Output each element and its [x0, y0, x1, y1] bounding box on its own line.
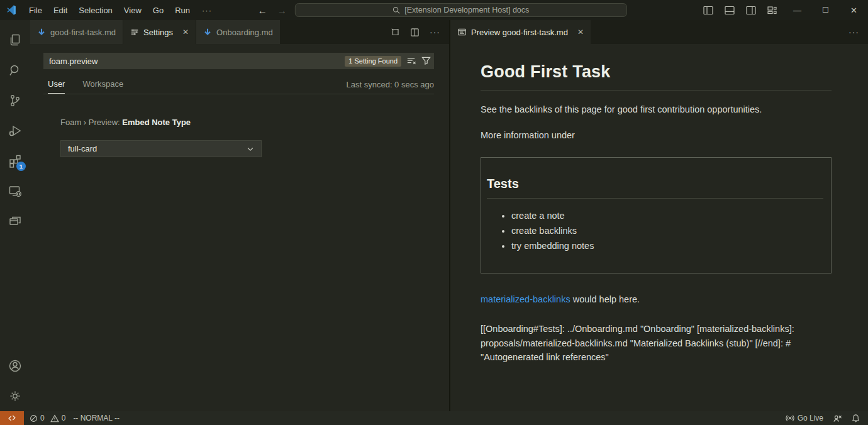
- preview-paragraph-1: See the backlinks of this page for good …: [481, 104, 832, 114]
- more-actions-icon[interactable]: ···: [430, 27, 440, 37]
- settings-gear-icon[interactable]: [0, 381, 30, 411]
- tab-good-first-task[interactable]: good-first-task.md: [30, 20, 123, 44]
- more-actions-icon[interactable]: ···: [849, 27, 859, 37]
- editor-group-right: Preview good-first-task.md ✕ ··· Good Fi…: [450, 20, 868, 411]
- embed-note-type-select[interactable]: full-card: [60, 140, 262, 157]
- setting-item-embed-note-type: Foam › Preview: Embed Note Type full-car…: [60, 118, 434, 157]
- go-live-label: Go Live: [798, 414, 823, 422]
- toggle-secondary-sidebar-icon[interactable]: [740, 0, 762, 20]
- editor-group-left: good-first-task.md Settings ✕ Onboarding…: [30, 20, 450, 411]
- nav-forward-icon[interactable]: →: [275, 5, 289, 16]
- warnings-icon: [50, 414, 59, 422]
- windows-stack-icon[interactable]: [0, 206, 30, 236]
- status-bar-left: 0 0 -- NORMAL --: [24, 414, 120, 422]
- vscode-logo-icon: [6, 4, 17, 16]
- window-minimize-button[interactable]: —: [783, 0, 811, 20]
- editor-actions-right: ···: [849, 20, 868, 44]
- extensions-icon[interactable]: 1: [0, 146, 30, 176]
- reference-line: [[Onboarding#Tests]: ../Onboarding.md "O…: [481, 322, 832, 336]
- warning-count: 0: [62, 414, 66, 422]
- editor-actions-left: ···: [390, 20, 449, 44]
- feedback-icon[interactable]: [833, 414, 842, 422]
- toggle-panel-icon[interactable]: [719, 0, 740, 20]
- tab-label: Onboarding.md: [216, 28, 273, 37]
- tab-close-icon[interactable]: ✕: [182, 28, 189, 36]
- setting-name: Embed Note Type: [122, 118, 191, 127]
- titlebar-controls: — ☐ ✕: [698, 0, 868, 20]
- tab-bar-right: Preview good-first-task.md ✕ ···: [450, 20, 868, 44]
- run-debug-icon[interactable]: [0, 116, 30, 146]
- markdown-preview-icon: [457, 28, 467, 36]
- window-maximize-button[interactable]: ☐: [811, 0, 840, 20]
- markdown-file-icon: [203, 28, 212, 36]
- notifications-bell-icon[interactable]: [852, 414, 860, 422]
- workbench: 1 good-first-task.md: [0, 20, 868, 411]
- settings-editor-icon: [130, 28, 139, 36]
- tab-preview-good-first-task[interactable]: Preview good-first-task.md ✕: [450, 20, 591, 44]
- reference-line: proposals/materialized-backlinks.md "Mat…: [481, 336, 832, 351]
- reference-line: "Autogenerated link references": [481, 350, 832, 365]
- search-view-icon[interactable]: [0, 55, 30, 86]
- menu-file[interactable]: File: [23, 0, 48, 20]
- menu-bar: File Edit Selection View Go Run ···: [23, 0, 218, 20]
- remote-icon: [8, 414, 16, 422]
- tab-onboarding[interactable]: Onboarding.md: [196, 20, 281, 44]
- note-card-list: create a note create backlinks try embed…: [487, 211, 823, 251]
- split-editor-icon[interactable]: [410, 28, 420, 37]
- preview-paragraph-2: More information under: [481, 130, 832, 140]
- tab-label: Preview good-first-task.md: [471, 28, 568, 37]
- open-preview-icon[interactable]: [390, 27, 400, 37]
- command-center-search[interactable]: [Extension Development Host] docs: [295, 3, 627, 17]
- customize-layout-icon[interactable]: [762, 0, 783, 20]
- title-bar: File Edit Selection View Go Run ··· ← → …: [0, 0, 868, 20]
- settings-search-row: 1 Setting Found: [43, 53, 434, 69]
- menu-more-icon[interactable]: ···: [196, 0, 218, 20]
- filter-icon[interactable]: [421, 57, 431, 65]
- list-item: create backlinks: [511, 226, 823, 236]
- toggle-sidebar-icon[interactable]: [698, 0, 719, 20]
- scope-tab-workspace[interactable]: Workspace: [82, 79, 123, 94]
- menu-edit[interactable]: Edit: [48, 0, 73, 20]
- link-tail-text: would help here.: [570, 294, 640, 304]
- preview-heading: Good First Task: [481, 62, 832, 91]
- explorer-icon[interactable]: [0, 25, 30, 55]
- list-item: try embedding notes: [511, 241, 823, 251]
- errors-icon: [30, 414, 38, 422]
- tab-settings[interactable]: Settings ✕: [123, 20, 196, 44]
- select-value: full-card: [68, 144, 97, 153]
- nav-back-icon[interactable]: ←: [256, 5, 269, 16]
- vscode-window: File Edit Selection View Go Run ··· ← → …: [0, 0, 868, 425]
- menu-view[interactable]: View: [118, 0, 147, 20]
- last-synced-label: Last synced: 0 secs ago: [347, 80, 434, 94]
- settings-count-badge: 1 Setting Found: [345, 56, 401, 67]
- problems-indicator[interactable]: 0 0: [30, 414, 65, 422]
- materialized-backlinks-link[interactable]: materialized-backlinks: [481, 294, 570, 304]
- error-count: 0: [40, 414, 45, 422]
- scope-tab-user[interactable]: User: [48, 79, 65, 94]
- markdown-file-icon: [37, 28, 46, 36]
- tab-close-icon[interactable]: ✕: [577, 28, 584, 36]
- go-live-button[interactable]: Go Live: [786, 414, 823, 422]
- setting-category: Foam › Preview:: [60, 118, 122, 127]
- vim-mode-indicator[interactable]: -- NORMAL --: [73, 414, 120, 422]
- clear-search-icon[interactable]: [406, 57, 416, 65]
- settings-scope-row: User Workspace Last synced: 0 secs ago: [43, 78, 434, 94]
- search-icon: [392, 6, 401, 14]
- setting-title: Foam › Preview: Embed Note Type: [60, 118, 434, 127]
- menu-run[interactable]: Run: [169, 0, 196, 20]
- window-close-button[interactable]: ✕: [840, 0, 868, 20]
- status-bar-right: Go Live: [786, 414, 868, 422]
- menu-go[interactable]: Go: [147, 0, 169, 20]
- source-control-icon[interactable]: [0, 86, 30, 116]
- embedded-note-card: Tests create a note create backlinks try…: [481, 157, 832, 273]
- remote-indicator[interactable]: [0, 411, 24, 425]
- tab-label: Settings: [143, 28, 173, 37]
- command-center-area: ← → [Extension Development Host] docs: [256, 0, 627, 20]
- chevron-down-icon: [246, 145, 255, 153]
- markdown-preview-pane: Good First Task See the backlinks of thi…: [450, 44, 868, 411]
- menu-selection[interactable]: Selection: [73, 0, 118, 20]
- accounts-icon[interactable]: [0, 351, 30, 381]
- tab-bar-left: good-first-task.md Settings ✕ Onboarding…: [30, 20, 449, 44]
- link-paragraph: materialized-backlinks would help here.: [481, 294, 832, 304]
- remote-explorer-icon[interactable]: [0, 176, 30, 206]
